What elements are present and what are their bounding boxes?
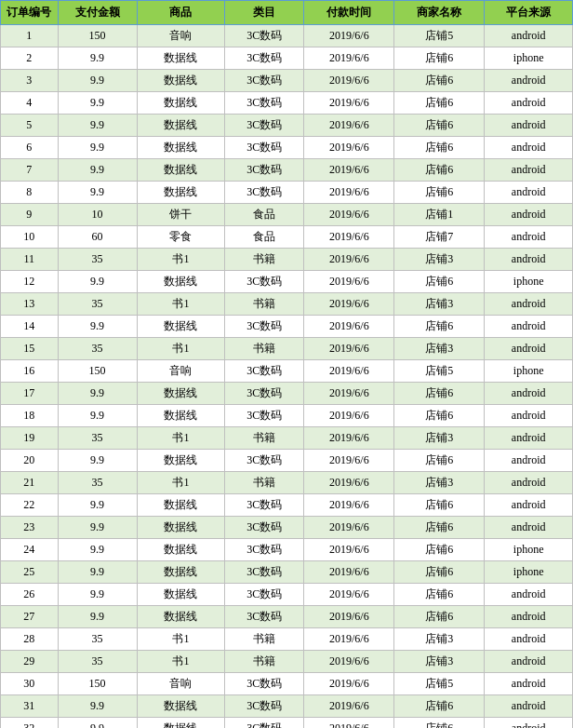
- table-cell: 9.9: [58, 517, 137, 539]
- table-cell: 店铺6: [394, 517, 485, 539]
- table-cell: android: [485, 606, 573, 628]
- table-cell: android: [485, 293, 573, 316]
- table-cell: 数据线: [137, 405, 225, 427]
- table-cell: 书籍: [225, 249, 304, 271]
- table-cell: 数据线: [137, 316, 225, 338]
- table-row: 189.9数据线3C数码2019/6/6店铺6android: [1, 405, 573, 427]
- table-cell: 数据线: [137, 271, 225, 293]
- table-header-row: 订单编号支付金额商品类目付款时间商家名称平台来源: [1, 1, 573, 25]
- table-cell: 店铺1: [394, 204, 485, 226]
- table-cell: 数据线: [137, 159, 225, 182]
- table-cell: 数据线: [137, 47, 225, 70]
- table-cell: 3C数码: [225, 494, 304, 517]
- table-cell: android: [485, 338, 573, 360]
- table-cell: 9.9: [58, 718, 137, 729]
- table-cell: 3C数码: [225, 25, 304, 47]
- table-cell: 2019/6/6: [304, 606, 394, 628]
- table-row: 89.9数据线3C数码2019/6/6店铺6android: [1, 182, 573, 204]
- table-cell: 8: [1, 182, 59, 204]
- table-row: 279.9数据线3C数码2019/6/6店铺6android: [1, 606, 573, 628]
- table-cell: 2019/6/6: [304, 584, 394, 606]
- table-row: 149.9数据线3C数码2019/6/6店铺6android: [1, 316, 573, 338]
- table-cell: 35: [58, 249, 137, 271]
- table-cell: 19: [1, 427, 59, 450]
- table-cell: 店铺3: [394, 628, 485, 651]
- table-cell: 3C数码: [225, 673, 304, 695]
- table-cell: 2019/6/6: [304, 338, 394, 360]
- table-cell: 书1: [137, 628, 225, 651]
- table-cell: 店铺6: [394, 606, 485, 628]
- table-cell: iphone: [485, 47, 573, 70]
- table-row: 910饼干食品2019/6/6店铺1android: [1, 204, 573, 226]
- table-cell: 店铺3: [394, 427, 485, 450]
- table-cell: 22: [1, 494, 59, 517]
- table-row: 1335书1书籍2019/6/6店铺3android: [1, 293, 573, 316]
- table-cell: 3C数码: [225, 539, 304, 561]
- table-cell: 24: [1, 539, 59, 561]
- table-cell: android: [485, 115, 573, 137]
- table-cell: 35: [58, 628, 137, 651]
- table-cell: android: [485, 651, 573, 673]
- table-cell: 店铺6: [394, 561, 485, 584]
- table-cell: android: [485, 584, 573, 606]
- table-cell: 店铺6: [394, 92, 485, 115]
- table-cell: 2019/6/6: [304, 182, 394, 204]
- table-cell: 店铺6: [394, 271, 485, 293]
- table-cell: android: [485, 383, 573, 405]
- table-cell: 3C数码: [225, 718, 304, 729]
- table-cell: 书1: [137, 338, 225, 360]
- table-cell: 店铺3: [394, 293, 485, 316]
- column-header: 订单编号: [1, 1, 59, 25]
- table-cell: 零食: [137, 226, 225, 249]
- table-cell: 书1: [137, 651, 225, 673]
- table-cell: android: [485, 92, 573, 115]
- table-cell: 店铺6: [394, 494, 485, 517]
- table-cell: iphone: [485, 271, 573, 293]
- table-row: 69.9数据线3C数码2019/6/6店铺6android: [1, 137, 573, 159]
- table-cell: 书1: [137, 427, 225, 450]
- table-row: 259.9数据线3C数码2019/6/6店铺6iphone: [1, 561, 573, 584]
- table-cell: 27: [1, 606, 59, 628]
- table-cell: 数据线: [137, 182, 225, 204]
- table-cell: 2019/6/6: [304, 47, 394, 70]
- table-cell: 3C数码: [225, 159, 304, 182]
- table-cell: android: [485, 472, 573, 494]
- table-cell: 2019/6/6: [304, 249, 394, 271]
- table-cell: android: [485, 427, 573, 450]
- table-cell: 店铺3: [394, 651, 485, 673]
- table-cell: 9.9: [58, 539, 137, 561]
- table-cell: 21: [1, 472, 59, 494]
- table-cell: 9.9: [58, 159, 137, 182]
- table-cell: 数据线: [137, 517, 225, 539]
- table-cell: android: [485, 316, 573, 338]
- table-cell: 3C数码: [225, 517, 304, 539]
- table-cell: 2019/6/6: [304, 293, 394, 316]
- table-cell: 3C数码: [225, 47, 304, 70]
- table-cell: 2: [1, 47, 59, 70]
- table-cell: 2019/6/6: [304, 92, 394, 115]
- table-cell: 店铺6: [394, 115, 485, 137]
- table-cell: 2019/6/6: [304, 494, 394, 517]
- table-row: 229.9数据线3C数码2019/6/6店铺6android: [1, 494, 573, 517]
- table-cell: 3C数码: [225, 137, 304, 159]
- table-cell: 9.9: [58, 47, 137, 70]
- table-cell: 3C数码: [225, 360, 304, 383]
- table-cell: 60: [58, 226, 137, 249]
- table-cell: 2019/6/6: [304, 204, 394, 226]
- table-cell: 3C数码: [225, 316, 304, 338]
- table-cell: 26: [1, 584, 59, 606]
- table-cell: 数据线: [137, 539, 225, 561]
- table-cell: 2019/6/6: [304, 695, 394, 718]
- table-cell: 9.9: [58, 92, 137, 115]
- table-cell: 9.9: [58, 584, 137, 606]
- column-header: 支付金额: [58, 1, 137, 25]
- table-row: 59.9数据线3C数码2019/6/6店铺6android: [1, 115, 573, 137]
- table-cell: 店铺3: [394, 472, 485, 494]
- table-cell: android: [485, 673, 573, 695]
- table-cell: 3C数码: [225, 450, 304, 472]
- table-cell: 2019/6/6: [304, 561, 394, 584]
- table-cell: 9.9: [58, 316, 137, 338]
- table-cell: 店铺6: [394, 718, 485, 729]
- table-cell: 9.9: [58, 115, 137, 137]
- table-row: 179.9数据线3C数码2019/6/6店铺6android: [1, 383, 573, 405]
